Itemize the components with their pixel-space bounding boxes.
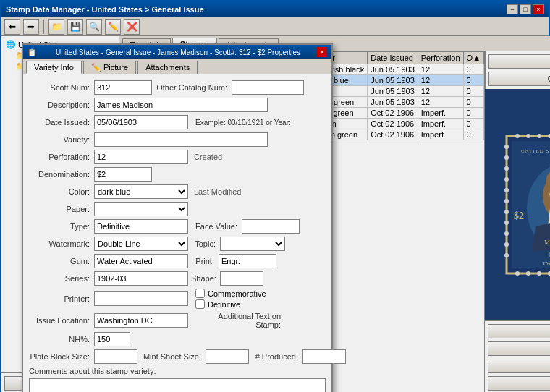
description-input[interactable] xyxy=(94,98,268,112)
cell-ov: 0 xyxy=(463,119,483,129)
type-input[interactable] xyxy=(94,219,188,234)
mint-sheet-input[interactable] xyxy=(206,349,249,364)
date-issued-input[interactable] xyxy=(94,115,188,129)
cell-perf: Imperf. xyxy=(418,119,463,129)
perf-row: Perforation: Created xyxy=(29,150,326,164)
perf-label: Perforation: xyxy=(29,153,94,161)
comments-label: Comments about this stamp variety: xyxy=(29,367,160,375)
dialog-tab-variety-info[interactable]: Variety Info xyxy=(26,61,82,74)
toolbar-forward[interactable]: ➡ xyxy=(23,19,39,35)
commemorative-checkbox[interactable] xyxy=(195,289,205,298)
minimize-button[interactable]: − xyxy=(507,4,518,14)
toolbar-folder[interactable]: 📁 xyxy=(48,19,64,35)
svg-point-34 xyxy=(526,271,530,276)
dialog-tab-picture[interactable]: ✏️ Picture xyxy=(83,61,136,74)
svg-point-7 xyxy=(504,210,509,214)
series-input[interactable] xyxy=(94,271,188,286)
dialog-close-button[interactable]: × xyxy=(317,47,327,57)
type-label: Type: xyxy=(29,222,94,231)
plate-block-input[interactable] xyxy=(94,349,138,364)
denom-input[interactable] xyxy=(94,167,152,182)
issue-location-label: Issue Location: xyxy=(29,316,94,325)
cell-ov: 0 xyxy=(463,129,483,140)
watermark-select[interactable]: Double Line xyxy=(94,237,188,251)
nh-input[interactable] xyxy=(94,332,130,346)
variety-input[interactable] xyxy=(94,132,268,147)
close-button[interactable]: × xyxy=(533,4,544,14)
svg-text:$2: $2 xyxy=(514,210,524,221)
perf-input[interactable] xyxy=(94,150,188,164)
svg-point-8 xyxy=(504,221,509,225)
toolbar-delete[interactable]: ❌ xyxy=(124,19,140,35)
variety-dialog: 📋 United States - General Issue - James … xyxy=(22,43,333,392)
last-modified-label: Last Modified xyxy=(194,187,241,196)
dialog-tab-attachments[interactable]: Attachments xyxy=(138,61,198,74)
description-row: Description: xyxy=(29,98,326,112)
other-catalog-label: Other Catalog Num: xyxy=(152,83,232,92)
shape-input[interactable] xyxy=(220,271,263,286)
toolbar-edit[interactable]: ✏️ xyxy=(105,19,121,35)
print-input[interactable] xyxy=(219,254,276,268)
dialog-title-bar: 📋 United States - General Issue - James … xyxy=(23,45,331,59)
title-controls: − □ × xyxy=(507,4,544,14)
cell-ov: 0 xyxy=(463,64,483,75)
dialog-breadcrumb: United States - General Issue - James Ma… xyxy=(56,48,300,56)
paper-row: Paper: xyxy=(29,202,326,216)
variety-label: Variety: xyxy=(29,135,94,144)
cell-date: Oct 02 1906 xyxy=(368,108,418,119)
plate-block-row: Plate Block Size: Mint Sheet Size: # Pro… xyxy=(29,349,326,364)
date-example-text: Example: 03/10/1921 or Year: xyxy=(192,119,291,127)
comments-textarea[interactable] xyxy=(29,378,326,392)
issue-location-input[interactable] xyxy=(94,313,188,328)
svg-point-6 xyxy=(504,199,509,203)
add-crop-button[interactable]: d Crop xyxy=(488,359,550,373)
definitive-label: Definitive xyxy=(208,300,240,309)
num-produced-input[interactable] xyxy=(302,349,346,364)
color-select[interactable]: dark blue xyxy=(94,184,188,199)
window-title: Stamp Data Manager - United States > Gen… xyxy=(6,5,204,14)
paste-button[interactable]: Paste xyxy=(488,324,550,338)
cell-perf: Imperf. xyxy=(418,108,463,119)
toolbar-back[interactable]: ⬅ xyxy=(4,19,20,35)
nh-row: NH%: xyxy=(29,332,326,346)
cell-ov: 0 xyxy=(463,75,483,86)
variety-row: Variety: xyxy=(29,132,326,147)
denom-label: Denomination: xyxy=(29,170,94,179)
crop-f4-button[interactable]: Crop - F4 xyxy=(488,72,550,86)
svg-text:MADISON: MADISON xyxy=(544,239,550,246)
toolbar-separator xyxy=(43,20,44,34)
face-value-input[interactable] xyxy=(242,219,300,234)
series-label: Series: xyxy=(29,274,94,283)
definitive-checkbox[interactable] xyxy=(195,299,205,309)
gum-input[interactable] xyxy=(94,254,188,268)
topic-select[interactable] xyxy=(220,237,285,251)
folder-icon: 🌐 xyxy=(6,40,16,49)
color-row: Color: dark blue Last Modified xyxy=(29,184,326,199)
right-actions: Remove Crop - F4 xyxy=(485,51,550,89)
definitive-row: Definitive xyxy=(195,299,266,309)
scott-num-input[interactable] xyxy=(94,80,152,95)
plate-block-label: Plate Block Size: xyxy=(29,352,94,361)
printer-input[interactable] xyxy=(94,291,188,306)
copy-button[interactable]: Copy xyxy=(488,341,550,356)
issue-location-row: Issue Location: Additional Text on Stamp… xyxy=(29,312,326,329)
svg-point-3 xyxy=(504,166,509,171)
maximize-button[interactable]: □ xyxy=(520,4,531,14)
paper-select[interactable] xyxy=(94,202,188,216)
topic-label: Topic: xyxy=(191,239,220,248)
print-label: Print: xyxy=(191,257,219,265)
cell-ov: 0 xyxy=(463,86,483,97)
shape-label: Shape: xyxy=(191,274,220,283)
series-row: Series: Shape: xyxy=(29,271,326,286)
toolbar-save[interactable]: 💾 xyxy=(67,19,83,35)
toolbar-search[interactable]: 🔍 xyxy=(86,19,102,35)
svg-point-11 xyxy=(504,253,509,257)
svg-point-4 xyxy=(504,177,509,182)
commemorative-label: Commemorative xyxy=(208,289,266,298)
other-catalog-input[interactable] xyxy=(232,80,304,95)
printer-label: Printer: xyxy=(29,294,94,303)
face-value-label: Face Value: xyxy=(191,222,242,231)
crop-button[interactable]: Crop xyxy=(488,376,550,391)
remove-stamp-button[interactable]: Remove xyxy=(488,54,550,69)
col-date-issued: Date Issued xyxy=(368,52,418,64)
